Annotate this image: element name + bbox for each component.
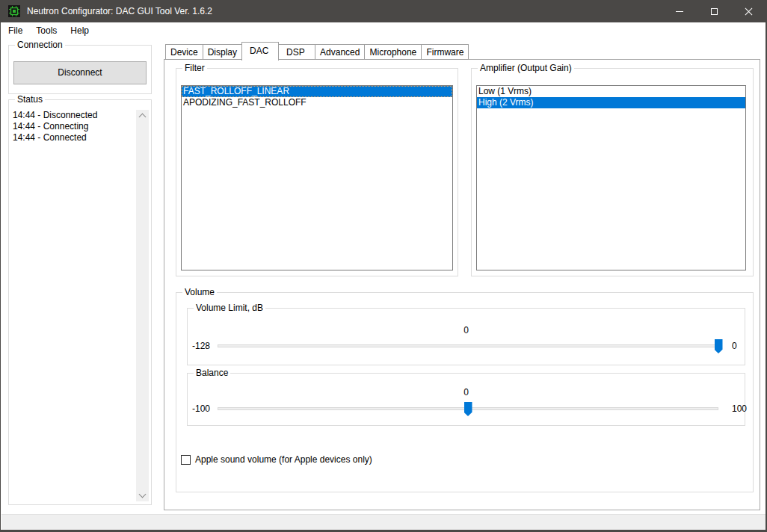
status-log-entry: 14:44 - Disconnected [13,110,133,121]
status-log-entry: 14:44 - Connected [13,132,133,143]
status-group: Status 14:44 - Disconnected 14:44 - Conn… [8,99,152,505]
tab-advanced[interactable]: Advanced [315,44,365,60]
volume-group-label: Volume [182,287,217,298]
amplifier-group: Amplifier (Output Gain) Low (1 Vrms) Hig… [471,68,754,276]
balance-slider-thumb[interactable] [464,402,472,416]
menu-tools[interactable]: Tools [29,23,64,38]
tab-dac[interactable]: DAC [241,42,279,61]
status-log-entry: 14:44 - Connecting [13,121,133,132]
tab-strip: Device Display DAC DSP Advanced Micropho… [165,42,468,60]
titlebar[interactable]: Neutron Configurator: DAC GUI Tool Ver. … [1,0,766,22]
volume-group: Volume Volume Limit, dB 0 -128 0 Balance… [176,292,754,492]
balance-min-label: -100 [192,403,210,414]
statusbar [1,514,766,530]
volume-limit-group-label: Volume Limit, dB [194,303,265,314]
apple-sound-volume-label: Apple sound volume (for Apple devices on… [195,454,372,465]
volume-limit-value: 0 [188,325,745,335]
close-icon [745,7,753,16]
tab-firmware[interactable]: Firmware [421,44,469,60]
menu-help[interactable]: Help [64,23,96,38]
app-window: Neutron Configurator: DAC GUI Tool Ver. … [0,0,767,532]
filter-item-fast-rolloff-linear[interactable]: FAST_ROLLOFF_LINEAR [182,86,452,97]
menubar: File Tools Help [1,22,766,39]
minimize-icon [676,11,683,12]
minimize-button[interactable] [662,0,697,22]
maximize-icon [711,8,718,15]
close-button[interactable] [731,0,766,22]
amplifier-item-high[interactable]: High (2 Vrms) [477,97,745,108]
dac-tab-page: Filter FAST_ROLLOFF_LINEAR APODIZING_FAS… [164,59,760,510]
volume-limit-slider-track[interactable] [218,344,718,347]
amplifier-listbox: Low (1 Vrms) High (2 Vrms) [476,85,746,270]
apple-sound-volume-row: Apple sound volume (for Apple devices on… [181,454,372,465]
scroll-down-icon[interactable] [139,491,147,498]
balance-value: 0 [188,387,745,398]
volume-limit-max-label: 0 [732,341,737,351]
status-group-label: Status [15,94,45,105]
balance-slider[interactable] [218,401,718,416]
disconnect-button[interactable]: Disconnect [13,61,147,84]
amplifier-item-low[interactable]: Low (1 Vrms) [477,86,745,97]
menu-file[interactable]: File [1,23,29,38]
connection-group-label: Connection [15,40,65,51]
filter-group: Filter FAST_ROLLOFF_LINEAR APODIZING_FAS… [176,68,458,276]
tab-device[interactable]: Device [165,44,203,60]
filter-group-label: Filter [182,63,207,74]
apple-sound-volume-checkbox[interactable] [181,455,191,465]
status-scrollbar[interactable] [136,110,149,501]
scroll-up-icon[interactable] [139,114,147,121]
tab-display[interactable]: Display [203,44,242,60]
balance-group: Balance 0 -100 100 [187,373,745,426]
volume-limit-min-label: -128 [192,341,210,351]
maximize-button[interactable] [697,0,731,22]
amplifier-group-label: Amplifier (Output Gain) [478,63,574,74]
connection-group: Connection Disconnect [8,45,152,94]
window-title: Neutron Configurator: DAC GUI Tool Ver. … [27,6,212,16]
app-icon [8,5,20,17]
volume-limit-slider-thumb[interactable] [715,339,723,353]
balance-group-label: Balance [194,368,230,379]
status-log-list[interactable]: 14:44 - Disconnected 14:44 - Connecting … [13,110,133,501]
filter-item-apodizing-fast-rolloff[interactable]: APODIZING_FAST_ROLLOFF [182,97,452,108]
filter-listbox: FAST_ROLLOFF_LINEAR APODIZING_FAST_ROLLO… [181,85,453,270]
volume-limit-group: Volume Limit, dB 0 -128 0 [187,308,745,365]
tab-microphone[interactable]: Microphone [364,44,422,60]
tab-dsp[interactable]: DSP [278,44,315,60]
volume-limit-slider[interactable] [218,338,718,353]
balance-max-label: 100 [732,403,747,414]
